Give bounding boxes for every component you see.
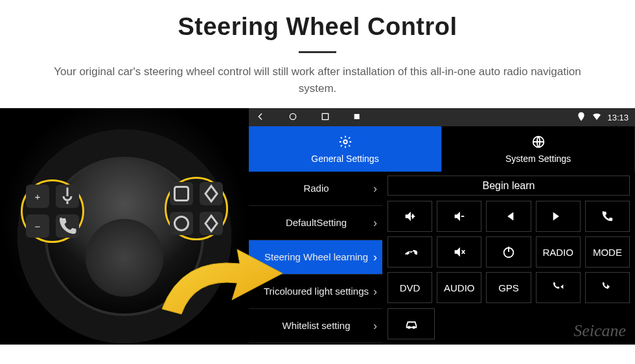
mode-label: MODE	[593, 247, 622, 258]
phone-next-button[interactable]	[585, 272, 630, 303]
svg-point-8	[408, 326, 410, 328]
android-status-bar: 13:13	[249, 108, 635, 126]
wheel-plus-button: +	[26, 185, 49, 208]
tab-system-settings[interactable]: System Settings	[442, 126, 635, 172]
learning-panel: Begin learn RADIO MODE DVD AUDIO GPS	[382, 172, 635, 345]
recent-apps-icon[interactable]	[320, 111, 330, 124]
product-composite: + −	[0, 108, 635, 345]
gps-label: GPS	[498, 282, 519, 293]
power-button[interactable]	[486, 236, 531, 267]
begin-learn-label: Begin learn	[483, 180, 535, 192]
svg-rect-4	[354, 114, 360, 119]
sidebar-item-default-setting[interactable]: DefaultSetting ›	[249, 206, 382, 240]
right-wheel-button-cluster	[165, 177, 228, 240]
page-title: Steering Wheel Control	[26, 13, 609, 41]
back-icon[interactable]	[255, 111, 266, 124]
audio-label: AUDIO	[444, 282, 475, 293]
steering-wheel-photo: + −	[0, 108, 249, 345]
vol-down-button[interactable]	[437, 201, 481, 232]
next-track-button[interactable]	[536, 201, 581, 232]
wifi-icon	[592, 111, 602, 124]
settings-tabs: General Settings System Settings	[249, 126, 635, 172]
head-unit-screen: 13:13 General Settings System Settings R…	[249, 108, 635, 345]
svg-point-1	[175, 217, 189, 231]
call-button[interactable]	[585, 201, 630, 232]
wheel-circle-button	[170, 212, 193, 235]
svg-point-9	[413, 326, 415, 328]
hangup-button[interactable]	[387, 236, 432, 267]
wheel-diamond-down-button	[200, 212, 223, 235]
status-time: 13:13	[607, 113, 629, 122]
vol-up-button[interactable]	[387, 201, 432, 232]
wheel-minus-button: −	[26, 214, 49, 238]
title-underline	[299, 51, 336, 53]
dvd-label: DVD	[400, 282, 421, 293]
gps-button[interactable]: GPS	[486, 272, 531, 303]
chevron-right-icon: ›	[373, 216, 377, 230]
yellow-arrow	[156, 238, 285, 322]
volume-bar-icon[interactable]	[352, 111, 363, 124]
home-icon[interactable]	[288, 111, 298, 124]
tab-general-settings[interactable]: General Settings	[249, 126, 442, 172]
radio-label: RADIO	[542, 247, 573, 258]
chevron-right-icon: ›	[373, 319, 377, 333]
wheel-menu-button	[170, 182, 193, 205]
audio-button[interactable]: AUDIO	[437, 272, 481, 303]
svg-rect-0	[175, 187, 189, 201]
mode-button[interactable]: MODE	[585, 236, 630, 267]
page-subtitle: Your original car's steering wheel contr…	[39, 63, 596, 97]
svg-point-2	[290, 113, 295, 119]
svg-point-5	[343, 140, 347, 144]
dvd-button[interactable]: DVD	[387, 272, 432, 303]
gear-icon	[338, 135, 352, 151]
radio-button[interactable]: RADIO	[536, 236, 581, 267]
tab-label: General Settings	[311, 154, 378, 164]
begin-learn-button[interactable]: Begin learn	[387, 176, 630, 196]
mute-button[interactable]	[437, 236, 481, 267]
globe-icon	[531, 135, 546, 151]
chevron-right-icon: ›	[373, 182, 377, 196]
wheel-diamond-up-button	[200, 182, 223, 205]
tab-label: System Settings	[505, 154, 571, 164]
wheel-voice-button	[56, 185, 79, 208]
svg-rect-3	[322, 113, 328, 119]
chevron-right-icon: ›	[373, 251, 377, 264]
phone-prev-button[interactable]	[536, 272, 581, 303]
prev-track-button[interactable]	[486, 201, 531, 232]
sidebar-item-label: DefaultSetting	[259, 217, 373, 228]
sidebar-item-radio[interactable]: Radio ›	[249, 172, 382, 206]
car-button[interactable]	[387, 308, 435, 339]
gps-icon	[576, 111, 586, 124]
wheel-phone-button	[56, 214, 79, 238]
chevron-right-icon: ›	[373, 285, 377, 299]
left-wheel-button-cluster: + −	[21, 179, 84, 243]
sidebar-item-label: Radio	[259, 183, 373, 194]
